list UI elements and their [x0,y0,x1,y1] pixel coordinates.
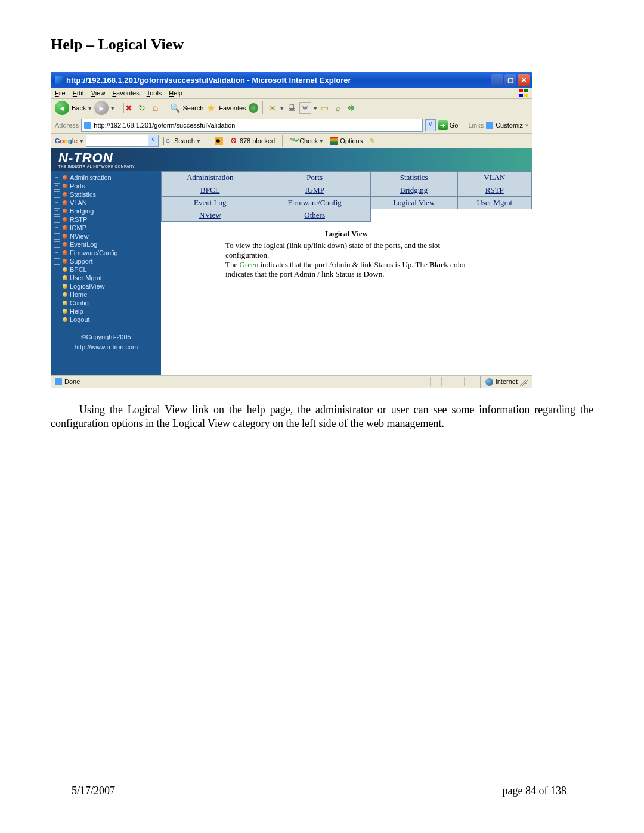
sidebar-item-igmp[interactable]: +IGMP [51,224,161,232]
sidebar-item-help[interactable]: Help [51,307,161,315]
sidebar-item-support[interactable]: +Support [51,257,161,265]
back-button[interactable]: ◄ [55,101,69,115]
content-description: To view the logical (link up/link down) … [225,241,484,279]
go-arrow-icon: ➔ [438,120,448,130]
tab-eventlog[interactable]: Event Log [162,197,259,209]
maximize-button[interactable]: ▢ [504,74,516,86]
google-news-button[interactable]: ✹ [213,136,225,146]
mail-icon[interactable]: ✉ [267,103,278,113]
links-item[interactable]: Customiz [496,122,523,129]
menu-file[interactable]: File [55,89,66,97]
back-label[interactable]: Back [72,104,86,112]
sidebar-item-nview[interactable]: +NView [51,232,161,240]
google-logo[interactable]: Google [55,137,78,144]
tab-nview[interactable]: NView [162,209,259,222]
status-page-icon [55,378,62,385]
sidebar-footer: ©Copyright-2005 http://www.n-tron.com [51,332,161,352]
footer-page-number: page 84 of 138 [503,785,566,797]
sidebar-item-usermgmt[interactable]: User Mgmt [51,274,161,282]
main-panel: Administration Ports Statistics VLAN BPC… [161,171,532,375]
address-label: Address [55,122,79,129]
google-toolbar: Google ▾ v G Search ▾ ✹ 🛇 678 blocked ᴬᴮ… [51,134,532,148]
green-word: Green [239,260,258,269]
tab-bpcl[interactable]: BPCL [162,184,259,197]
stop-icon[interactable]: ✖ [123,103,134,113]
google-search-button[interactable]: G Search ▾ [161,135,203,147]
messenger-icon[interactable]: ❋ [346,103,357,113]
ie-icon [55,76,63,84]
sidebar-item-bpcl[interactable]: BPCL [51,265,161,274]
tab-igmp[interactable]: IGMP [259,184,370,197]
tab-administration[interactable]: Administration [162,172,259,184]
sidebar: +Administration +Ports +Statistics +VLAN… [51,171,161,375]
forward-button[interactable]: ► [94,101,109,115]
sidebar-item-config[interactable]: Config [51,299,161,307]
edit-icon[interactable]: W [299,102,311,114]
sidebar-item-vlan[interactable]: +VLAN [51,199,161,207]
go-button[interactable]: ➔ Go [438,120,459,130]
tab-others[interactable]: Others [259,209,370,222]
brand-logo: N-TRON [58,150,113,165]
favorites-icon[interactable]: ★ [206,103,216,113]
home-icon[interactable]: ⌂ [150,103,160,113]
resize-grip-icon[interactable] [520,377,528,386]
body-paragraph: Using the Logical View link on the help … [51,403,593,431]
windows-flag-icon [519,89,528,97]
browser-window: http://192.168.1.201/goform/successfulVa… [51,72,532,388]
brand-banner: N-TRON THE INDUSTRIAL NETWORK COMPANY [51,148,532,171]
sidebar-item-home[interactable]: Home [51,290,161,299]
sidebar-item-administration[interactable]: +Administration [51,174,161,182]
status-done: Done [64,378,80,385]
search-icon[interactable]: 🔍 [169,103,180,113]
refresh-icon[interactable]: ↻ [137,103,147,113]
google-highlight-button[interactable]: ✎ [367,136,380,146]
content-title: Logical View [173,229,520,239]
sidebar-item-firmware[interactable]: +Firmware/Config [51,249,161,257]
sidebar-url[interactable]: http://www.n-tron.com [51,342,161,352]
sidebar-item-logicalview[interactable]: LogicalView [51,282,161,290]
history-icon[interactable] [249,103,258,113]
globe-icon [485,378,493,386]
google-options-button[interactable]: Options [328,136,365,146]
tab-bridging[interactable]: Bridging [370,184,457,197]
favorites-label[interactable]: Favorites [219,104,246,112]
menu-edit[interactable]: Edit [73,89,84,97]
page-footer: 5/17/2007 page 84 of 138 [0,785,644,797]
google-search-input[interactable]: v [86,135,159,147]
tab-firmware[interactable]: Firmware/Config [259,197,370,209]
tab-usermgmt[interactable]: User Mgmt [457,197,531,209]
tab-ports[interactable]: Ports [259,172,370,184]
print-icon[interactable]: 🖶 [286,103,297,113]
menu-help[interactable]: Help [169,89,182,97]
menu-favorites[interactable]: Favorites [112,89,139,97]
tab-statistics[interactable]: Statistics [370,172,457,184]
google-blocked-button[interactable]: 🛇 678 blocked [228,136,277,146]
minimize-button[interactable]: _ [491,74,503,86]
menu-tools[interactable]: Tools [147,89,162,97]
sidebar-item-eventlog[interactable]: +EventLog [51,240,161,249]
sidebar-item-bridging[interactable]: +Bridging [51,207,161,215]
research-icon[interactable]: ⌕ [333,103,343,113]
address-input[interactable]: http://192.168.1.201/goform/successfulVa… [81,119,422,132]
brand-subtitle: THE INDUSTRIAL NETWORK COMPANY [58,165,135,168]
titlebar: http://192.168.1.201/goform/successfulVa… [51,72,532,88]
menu-view[interactable]: View [91,89,106,97]
address-dropdown[interactable]: v [425,119,436,131]
page-icon [84,122,91,129]
black-word: Black [429,260,448,269]
address-bar: Address http://192.168.1.201/goform/succ… [51,117,532,134]
chevron-right-icon[interactable]: » [525,122,528,128]
sidebar-item-rstp[interactable]: +RSTP [51,215,161,224]
google-check-button[interactable]: ᴬᴮ✔ Check ▾ [287,136,326,146]
statusbar: Done Internet [51,375,532,388]
sidebar-item-ports[interactable]: +Ports [51,182,161,190]
tab-vlan[interactable]: VLAN [457,172,531,184]
sidebar-item-logout[interactable]: Logout [51,315,161,324]
close-button[interactable]: ✕ [518,74,530,86]
tab-logicalview[interactable]: Logical View [370,197,457,209]
search-label[interactable]: Search [182,104,203,112]
discuss-icon[interactable]: ▭ [320,103,330,113]
sidebar-item-statistics[interactable]: +Statistics [51,190,161,199]
tab-rstp[interactable]: RSTP [457,184,531,197]
links-label: Links [468,122,484,129]
